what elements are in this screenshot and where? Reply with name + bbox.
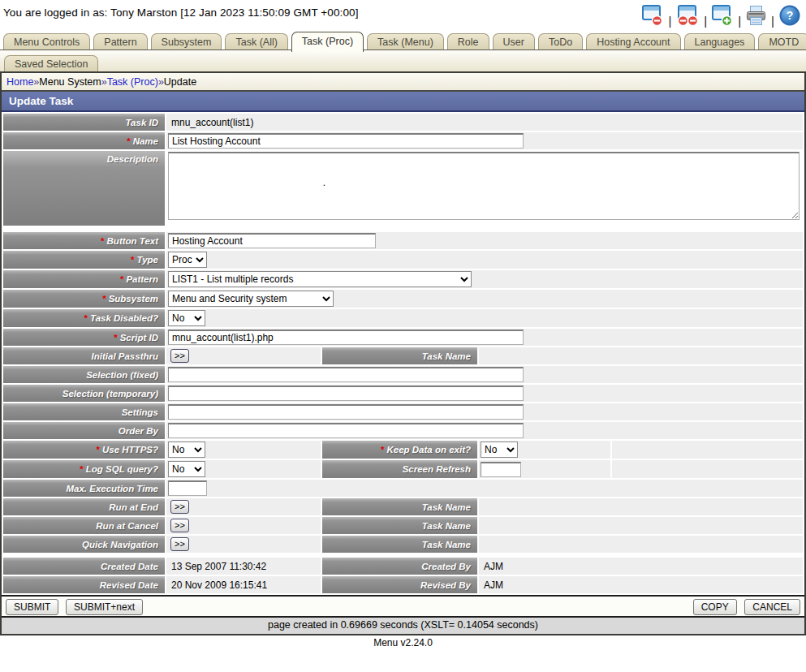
run-at-cancel-task-name-value bbox=[481, 520, 484, 532]
help-icon[interactable]: ? bbox=[778, 4, 801, 29]
log-sql-query-select[interactable]: No bbox=[168, 461, 205, 477]
selection-temporary-label: Selection (temporary) bbox=[3, 385, 165, 402]
row-pattern: *Pattern LIST1 - List multiple records bbox=[3, 270, 803, 288]
spacer-row bbox=[3, 554, 803, 556]
description-textarea[interactable] bbox=[168, 152, 800, 220]
row-task-disabled: *Task Disabled? No bbox=[3, 309, 803, 327]
max-execution-time-input[interactable] bbox=[168, 480, 207, 496]
subsystem-select[interactable]: Menu and Security system bbox=[168, 291, 334, 307]
tab-hosting-account[interactable]: Hosting Account bbox=[586, 33, 680, 50]
tab-subsystem[interactable]: Subsystem bbox=[151, 33, 222, 50]
run-at-end-task-name-value bbox=[481, 502, 484, 513]
row-settings: Settings bbox=[3, 403, 803, 420]
icon-separator: | bbox=[738, 14, 741, 28]
script-id-input[interactable] bbox=[168, 330, 524, 345]
tab-languages[interactable]: Languages bbox=[684, 33, 756, 50]
initial-passthru-picker-button[interactable]: >> bbox=[170, 349, 189, 363]
breadcrumb-separator: » bbox=[101, 76, 107, 88]
button-text-input[interactable] bbox=[168, 233, 376, 248]
selection-temporary-input[interactable] bbox=[168, 386, 524, 401]
action-buttons-right: COPY CANCEL bbox=[688, 599, 800, 614]
tab-todo[interactable]: ToDo bbox=[538, 33, 583, 50]
tab-task-all[interactable]: Task (All) bbox=[225, 33, 287, 50]
selection-fixed-input[interactable] bbox=[168, 367, 524, 382]
quick-navigation-label: Quick Navigation bbox=[3, 536, 165, 553]
row-max-execution-time: Max. Execution Time bbox=[3, 480, 803, 497]
order-by-label: Order By bbox=[3, 422, 165, 439]
tab-motd[interactable]: MOTD bbox=[758, 33, 806, 50]
keep-data-on-exit-select[interactable]: No bbox=[481, 442, 518, 458]
type-select[interactable]: Proc bbox=[168, 252, 207, 268]
pattern-select[interactable]: LIST1 - List multiple records bbox=[168, 271, 472, 287]
update-task-form: Task ID mnu_account(list1) *Name Descrip… bbox=[2, 112, 804, 595]
page-timing-status: page created in 0.69669 seconds (XSLT= 0… bbox=[2, 618, 804, 634]
run-at-cancel-task-name-label: Task Name bbox=[322, 517, 477, 534]
quick-navigation-picker-button[interactable]: >> bbox=[170, 537, 189, 551]
row-run-at-end: Run at End >> Task Name bbox=[3, 498, 803, 515]
tab-bar-secondary: Saved Selection bbox=[0, 50, 806, 71]
tab-task-proc[interactable]: Task (Proc) bbox=[291, 32, 364, 52]
run-at-end-task-name-label: Task Name bbox=[322, 498, 477, 515]
row-revised: Revised Date 20 Nov 2009 16:15:41 Revise… bbox=[3, 576, 803, 593]
svg-text:?: ? bbox=[787, 9, 794, 22]
row-script-id: *Script ID bbox=[3, 329, 803, 346]
row-order-by: Order By bbox=[3, 422, 803, 439]
script-id-label: *Script ID bbox=[3, 329, 165, 346]
screen-refresh-input[interactable] bbox=[481, 462, 521, 477]
row-button-text: *Button Text bbox=[3, 232, 803, 249]
settings-label: Settings bbox=[3, 403, 165, 420]
run-at-end-picker-button[interactable]: >> bbox=[170, 500, 189, 514]
toolbar-icons: | | | bbox=[641, 4, 801, 29]
row-use-https: *Use HTTPS? No *Keep Data on exit? No bbox=[3, 441, 803, 459]
tab-menu-controls[interactable]: Menu Controls bbox=[3, 33, 90, 50]
subsystem-label: *Subsystem bbox=[3, 290, 165, 308]
copy-button[interactable]: COPY bbox=[693, 599, 737, 615]
row-initial-passthru: Initial Passthru >> Task Name bbox=[3, 347, 803, 364]
created-by-label: Created By bbox=[322, 558, 477, 575]
close-all-windows-icon[interactable] bbox=[675, 5, 700, 29]
task-disabled-label: *Task Disabled? bbox=[3, 309, 165, 327]
row-selection-temporary: Selection (temporary) bbox=[3, 385, 803, 402]
tab-user[interactable]: User bbox=[493, 33, 535, 50]
breadcrumb-update: Update bbox=[164, 76, 196, 88]
page-title: Update Task bbox=[2, 92, 804, 112]
breadcrumb: Home»Menu System»Task (Proc)»Update bbox=[2, 73, 804, 92]
settings-input[interactable] bbox=[168, 404, 524, 420]
cancel-button[interactable]: CANCEL bbox=[744, 599, 800, 615]
close-window-icon[interactable] bbox=[641, 5, 664, 29]
task-id-label: Task ID bbox=[3, 114, 165, 131]
tab-pattern[interactable]: Pattern bbox=[93, 33, 147, 50]
print-icon[interactable] bbox=[745, 5, 767, 29]
action-button-bar: SUBMIT SUBMIT+next COPY CANCEL bbox=[2, 595, 804, 618]
breadcrumb-task-proc-link[interactable]: Task (Proc) bbox=[107, 76, 158, 88]
row-task-id: Task ID mnu_account(list1) bbox=[3, 114, 803, 131]
row-name: *Name bbox=[3, 132, 803, 149]
pattern-label: *Pattern bbox=[3, 270, 165, 288]
login-prefix: You are logged in as: bbox=[3, 6, 107, 19]
task-id-value: mnu_account(list1) bbox=[168, 117, 253, 128]
spacer-row bbox=[3, 227, 803, 230]
row-created: Created Date 13 Sep 2007 11:30:42 Create… bbox=[3, 558, 803, 575]
submit-button[interactable]: SUBMIT bbox=[6, 599, 58, 615]
row-subsystem: *Subsystem Menu and Security system bbox=[3, 290, 803, 308]
submit-next-button[interactable]: SUBMIT+next bbox=[66, 599, 143, 615]
tab-saved-selection[interactable]: Saved Selection bbox=[4, 55, 98, 71]
task-disabled-select[interactable]: No bbox=[168, 310, 205, 326]
name-input[interactable] bbox=[168, 133, 524, 149]
order-by-input[interactable] bbox=[168, 423, 524, 438]
breadcrumb-home-link[interactable]: Home bbox=[6, 76, 33, 88]
tab-role[interactable]: Role bbox=[447, 33, 489, 50]
description-label: Description bbox=[3, 151, 165, 226]
revised-by-value: AJM bbox=[481, 579, 503, 591]
run-at-cancel-picker-button[interactable]: >> bbox=[170, 519, 189, 532]
use-https-select[interactable]: No bbox=[168, 442, 205, 458]
login-timestamp: [12 Jan 2023 11:50:09 GMT +00:00] bbox=[180, 6, 358, 19]
tab-task-menu[interactable]: Task (Menu) bbox=[367, 33, 444, 50]
row-description: Description bbox=[3, 151, 803, 226]
new-window-icon[interactable] bbox=[711, 5, 734, 29]
log-sql-query-label: *Log SQL query? bbox=[3, 460, 165, 478]
name-label: *Name bbox=[3, 132, 165, 149]
icon-separator: | bbox=[771, 14, 774, 28]
initial-passthru-task-name-value bbox=[481, 351, 484, 362]
run-at-cancel-label: Run at Cancel bbox=[3, 517, 165, 534]
